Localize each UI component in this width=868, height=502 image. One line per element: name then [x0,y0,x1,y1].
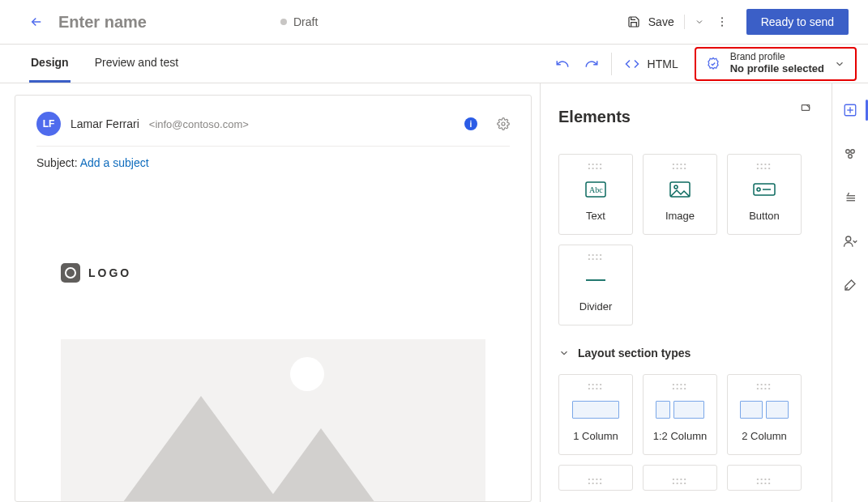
layout-more-3[interactable]: •••••••• [727,465,802,491]
element-image[interactable]: •••••••• Image [643,154,717,235]
save-split-chevron-icon[interactable] [695,17,704,27]
svg-point-17 [851,150,855,154]
tab-bar: Design Preview and test HTML Brand profi… [0,45,868,83]
back-icon[interactable] [29,15,44,29]
tile-label: Text [586,210,605,222]
logo-mark-icon [61,263,80,283]
svg-point-16 [846,150,850,154]
drag-grip-icon: •••••••• [672,478,687,486]
element-divider[interactable]: •••••••• Divider [558,245,633,325]
stage: LF Lamar Ferrari <info@contoso.com> i Su… [0,83,868,502]
svg-rect-4 [802,105,809,111]
chevron-down-icon [558,347,570,359]
tile-label: 1:2 Column [653,430,707,442]
tile-label: 1 Column [573,430,618,442]
brand-profile-selector[interactable]: Brand profile No profile selected [695,47,857,81]
tab-preview-test[interactable]: Preview and test [93,45,181,83]
svg-point-2 [721,25,723,27]
svg-point-18 [849,155,853,159]
rail-settings[interactable] [838,142,862,166]
status-dot-icon [280,19,287,25]
avatar: LF [36,112,61,136]
layout-section-header[interactable]: Layout section types [558,347,825,359]
html-toggle-label: HTML [648,57,678,70]
save-icon [627,15,640,28]
drag-grip-icon: •••••••• [588,163,603,171]
html-toggle[interactable]: HTML [617,57,686,71]
ready-to-send-button[interactable]: Ready to send [746,9,849,35]
subject-label: Subject: [36,156,78,169]
elements-panel: Elements •••••••• Abc Text •••••••• Imag… [540,83,832,502]
element-button[interactable]: •••••••• Button [727,154,802,235]
undo-icon[interactable] [548,49,577,79]
svg-point-3 [502,122,505,126]
drag-grip-icon: •••••••• [672,383,687,391]
layout-more-1[interactable]: •••••••• [558,465,633,491]
drag-grip-icon: •••••••• [756,383,772,391]
tile-label: 2 Column [742,430,787,442]
logo-block[interactable]: LOGO [61,263,485,283]
elements-grid: •••••••• Abc Text •••••••• Image •••••••… [558,154,825,325]
rail-elements[interactable] [838,98,862,122]
layout-2-column[interactable]: •••••••• 2 Column [727,374,802,455]
layout-grid: •••••••• 1 Column •••••••• 1:2 Column ••… [558,374,825,491]
rail-people[interactable] [838,229,862,253]
text-icon: Abc [585,174,606,205]
svg-point-0 [721,17,723,19]
status-pill: Draft [280,15,318,28]
drag-grip-icon: •••••••• [588,478,603,486]
svg-text:Abc: Abc [589,185,603,194]
tile-label: Divider [579,300,612,313]
panel-title: Elements [558,108,825,126]
code-icon [625,57,639,71]
canvas-wrap: LF Lamar Ferrari <info@contoso.com> i Su… [0,83,540,502]
brand-gear-icon [706,57,720,71]
svg-point-8 [674,185,678,189]
button-icon [753,174,776,205]
layout-1-2-column[interactable]: •••••••• 1:2 Column [643,374,717,455]
drag-grip-icon: •••••••• [756,163,772,171]
image-placeholder[interactable] [61,339,485,502]
command-bar: Enter name Draft Save Ready to send [0,0,868,45]
info-icon[interactable]: i [464,117,477,130]
brand-profile-value: No profile selected [730,63,824,75]
layout-1-column[interactable]: •••••••• 1 Column [558,374,633,455]
chevron-down-icon [834,58,845,70]
settings-icon[interactable] [497,117,510,130]
tile-label: Button [749,210,780,222]
tile-label: Image [665,210,695,222]
element-text[interactable]: •••••••• Abc Text [558,154,633,235]
svg-point-22 [846,236,851,241]
rail-theme[interactable] [838,273,862,297]
right-rail [832,83,868,502]
svg-point-1 [721,21,723,23]
layout-section-title: Layout section types [578,347,691,359]
redo-icon[interactable] [577,49,606,79]
tab-design[interactable]: Design [29,45,71,83]
layout-more-2[interactable]: •••••••• [643,465,717,491]
logo-text: LOGO [88,266,131,279]
drag-grip-icon: •••••••• [756,478,772,486]
svg-point-10 [757,188,760,191]
save-button[interactable]: Save [627,15,704,29]
subject-input[interactable]: Add a subject [80,156,149,169]
from-email: <info@contoso.com> [149,118,249,130]
brand-profile-label: Brand profile [730,52,824,63]
more-icon[interactable] [716,15,729,28]
drag-grip-icon: •••••••• [588,253,603,262]
email-name-input[interactable]: Enter name [58,13,147,32]
drag-grip-icon: •••••••• [588,383,603,391]
save-label: Save [648,15,674,28]
divider-icon [585,265,606,296]
image-icon [669,174,691,205]
canvas[interactable]: LF Lamar Ferrari <info@contoso.com> i Su… [15,95,532,502]
status-label: Draft [293,15,318,28]
from-name: Lamar Ferrari [71,117,139,130]
pin-icon[interactable] [799,103,812,116]
from-row: LF Lamar Ferrari <info@contoso.com> i [36,112,510,147]
rail-personalize[interactable] [838,185,862,210]
drag-grip-icon: •••••••• [672,163,687,171]
